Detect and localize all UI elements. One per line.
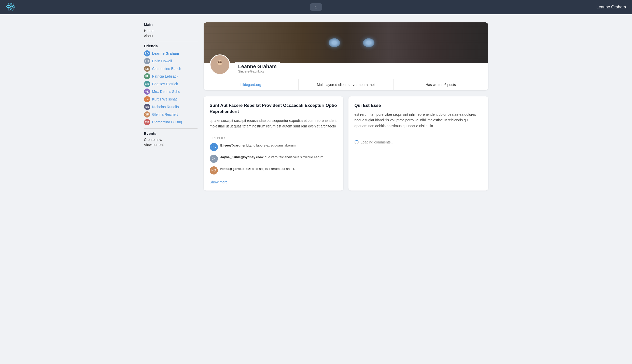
comment-text: Nikita@garfield.biz: odio adipisci rerum… xyxy=(220,166,295,171)
friends-list: LGLeanne GrahamEHErvin HowellCBClementin… xyxy=(144,50,198,126)
comment-text: Jayne_Kuhic@sydney.com: quo vero reicien… xyxy=(220,155,324,160)
profile-website[interactable]: hildegard.org xyxy=(204,79,298,90)
friend-name: Nicholas Runolfs xyxy=(152,105,179,109)
nav-badge[interactable]: 1 xyxy=(310,3,322,11)
friend-avatar: NR xyxy=(144,104,150,110)
app-logo[interactable] xyxy=(6,2,15,12)
profile-stats: hildegard.org Multi-layered client-serve… xyxy=(204,79,488,90)
loading-comments: Loading comments... xyxy=(355,136,482,148)
profile-name: Leanne Graham xyxy=(238,64,277,69)
friend-name: Ervin Howell xyxy=(152,59,172,63)
friend-name: Clementine Bauch xyxy=(152,67,181,71)
comment-author: Eliseo@gardner.biz xyxy=(220,143,251,147)
friend-avatar: CD xyxy=(144,81,150,87)
profile-name-block: Leanne Graham Sincere@april.biz xyxy=(234,62,281,75)
comment-author: Jayne_Kuhic@sydney.com xyxy=(220,155,263,159)
nav-user-name: Leanne Graham xyxy=(596,5,626,9)
loading-text: Loading comments... xyxy=(361,140,394,144)
sidebar-divider-1 xyxy=(144,41,198,41)
show-more-button[interactable]: Show more xyxy=(210,180,228,184)
friend-name: Patricia Lebsack xyxy=(152,74,178,78)
svg-point-8 xyxy=(220,61,222,63)
friend-avatar: EH xyxy=(144,58,150,64)
friend-avatar: CB xyxy=(144,66,150,72)
sidebar-item-home[interactable]: Home xyxy=(144,28,198,33)
sidebar-divider-2 xyxy=(144,128,198,129)
sidebar-item-view-current[interactable]: View current xyxy=(144,142,198,147)
post-1-title: Sunt Aut Facere Repellat Provident Occae… xyxy=(210,103,337,115)
friend-name: Kurtis Weissnat xyxy=(152,97,177,101)
friend-name: Clementina DuBuq xyxy=(152,120,182,124)
post-1-comments: 3 REPLIES EG Eliseo@gardner.biz: id labo… xyxy=(210,133,337,184)
main-content: Leanne Graham Sincere@april.biz hildegar… xyxy=(204,22,488,191)
comment-body: odio adipisci rerum aut animi. xyxy=(252,167,295,171)
top-navigation: 1 Leanne Graham xyxy=(0,0,632,14)
svg-point-6 xyxy=(217,60,222,65)
profile-email: Sincere@april.biz xyxy=(238,69,277,73)
friend-avatar: PL xyxy=(144,73,150,79)
profile-catchphrase: Multi-layered client-server neural-net xyxy=(298,79,393,90)
sidebar-item-friend-3[interactable]: PLPatricia Lebsack xyxy=(144,72,198,80)
profile-posts-summary: Has written 6 posts xyxy=(393,79,488,90)
svg-point-7 xyxy=(218,61,220,63)
profile-info-row: Leanne Graham Sincere@april.biz xyxy=(204,63,488,75)
page-layout: Main Home About Friends LGLeanne GrahamE… xyxy=(138,14,494,199)
loading-spinner xyxy=(355,140,359,144)
friend-avatar: CD xyxy=(144,119,150,125)
sidebar-item-friend-7[interactable]: NRNicholas Runolfs xyxy=(144,103,198,111)
comment-avatar: NG xyxy=(210,166,218,174)
friend-avatar: LG xyxy=(144,50,150,56)
post-2-comments: Loading comments... xyxy=(355,133,482,148)
friend-avatar: MD xyxy=(144,89,150,95)
sidebar-friends-title: Friends xyxy=(144,44,198,48)
comment-avatar: JK xyxy=(210,155,218,163)
sidebar-item-friend-5[interactable]: MDMrs. Dennis Schu xyxy=(144,88,198,95)
sidebar-item-friend-6[interactable]: KWKurtis Weissnat xyxy=(144,95,198,103)
friend-avatar: GR xyxy=(144,111,150,118)
posts-grid: Sunt Aut Facere Repellat Provident Occae… xyxy=(204,96,488,191)
avatar xyxy=(210,54,230,75)
comment-text: Eliseo@gardner.biz: id labore ex et quam… xyxy=(220,143,297,148)
friend-name: Leanne Graham xyxy=(152,51,179,55)
post-card-1: Sunt Aut Facere Repellat Provident Occae… xyxy=(204,96,343,191)
post-1-replies-label: 3 REPLIES xyxy=(210,136,337,140)
comment-body: quo vero reiciendis velit similique earu… xyxy=(265,155,324,159)
post-2-title: Qui Est Esse xyxy=(355,103,482,109)
sidebar-item-friend-4[interactable]: CDChelsey Dietrich xyxy=(144,80,198,88)
profile-card: Leanne Graham Sincere@april.biz hildegar… xyxy=(204,22,488,90)
comment-item: EG Eliseo@gardner.biz: id labore ex et q… xyxy=(210,143,337,151)
friend-avatar: KW xyxy=(144,96,150,102)
sidebar-item-friend-2[interactable]: CBClementine Bauch xyxy=(144,65,198,72)
comment-avatar: EG xyxy=(210,143,218,151)
post-card-2: Qui Est Esse est rerum tempore vitae seq… xyxy=(348,96,488,191)
comment-body: id labore ex et quam laborum. xyxy=(253,143,297,147)
comment-item: JK Jayne_Kuhic@sydney.com: quo vero reic… xyxy=(210,155,337,163)
comment-item: NG Nikita@garfield.biz: odio adipisci re… xyxy=(210,166,337,174)
sidebar: Main Home About Friends LGLeanne GrahamE… xyxy=(144,22,198,191)
friend-name: Glenna Reichert xyxy=(152,112,178,117)
sidebar-main-title: Main xyxy=(144,22,198,27)
sidebar-item-friend-1[interactable]: EHErvin Howell xyxy=(144,57,198,65)
sidebar-item-friend-8[interactable]: GRGlenna Reichert xyxy=(144,111,198,118)
sidebar-item-friend-9[interactable]: CDClementina DuBuq xyxy=(144,118,198,126)
sidebar-item-friend-0[interactable]: LGLeanne Graham xyxy=(144,50,198,57)
svg-point-5 xyxy=(215,67,225,72)
comment-author: Nikita@garfield.biz xyxy=(220,167,250,171)
sidebar-item-create-new[interactable]: Create new xyxy=(144,137,198,142)
post-2-body: est rerum tempore vitae sequi sint nihil… xyxy=(355,112,482,129)
profile-banner xyxy=(204,22,488,63)
svg-point-0 xyxy=(10,6,11,7)
post-1-body: quia et suscipit suscipit recusandae con… xyxy=(210,118,337,129)
sidebar-item-about[interactable]: About xyxy=(144,33,198,38)
friend-name: Mrs. Dennis Schu xyxy=(152,90,180,94)
profile-avatar-wrap xyxy=(210,54,230,75)
nav-badge-container: 1 xyxy=(310,5,322,9)
sidebar-events-title: Events xyxy=(144,131,198,136)
friend-name: Chelsey Dietrich xyxy=(152,82,178,86)
